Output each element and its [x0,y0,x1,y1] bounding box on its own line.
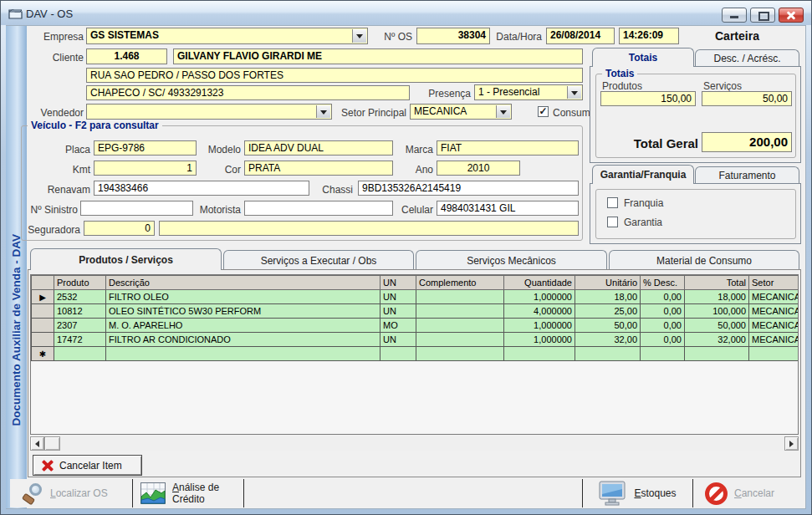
ano-field[interactable]: 2010 [437,161,520,176]
cell-empty[interactable] [380,347,416,361]
cell-un[interactable]: UN [380,290,416,304]
scroll-right-button[interactable] [784,436,799,451]
current-row-arrow-icon[interactable]: ▶ [32,290,54,304]
cell-produto[interactable]: 10812 [54,304,106,319]
cell-produto[interactable]: 2307 [54,319,106,333]
cell-descricao[interactable]: FILTRO OLEO [106,290,380,304]
cell-descricao[interactable]: M. O. APARELHO [106,319,380,333]
cell-desc[interactable]: 0,00 [641,319,685,333]
cell-setor[interactable]: MECANICA [749,319,799,333]
vendedor-combobox[interactable] [86,104,332,120]
franquia-checkbox[interactable] [607,197,618,208]
cell-quantidade[interactable]: 4,000000 [504,304,575,319]
marca-field[interactable]: FIAT [437,140,579,156]
cell-setor[interactable]: MECANICA [749,304,799,319]
produtos-total-field[interactable]: 150,00 [600,91,696,106]
title-bar[interactable]: DAV - OS [1,1,811,25]
cell-desc[interactable]: 0,00 [641,290,685,304]
seguradora-codigo-field[interactable]: 0 [84,221,155,236]
seguradora-nome-field[interactable] [159,221,579,236]
cell-total[interactable]: 18,000 [685,290,749,304]
cell-empty[interactable] [685,347,749,361]
cell-produto[interactable]: 17472 [54,333,106,347]
table-row[interactable]: ▶ 2532 FILTRO OLEO UN 1,000000 18,00 0,0… [32,290,799,304]
sinistro-field[interactable] [80,201,193,216]
maximize-button[interactable] [750,8,775,23]
cliente-nome-field[interactable]: GILVANY FLAVIO GIRARDI ME [173,48,583,64]
table-row[interactable]: 17472 FILTRO AR CONDICIONADO UN 1,000000… [32,333,799,347]
cell-desc[interactable]: 0,00 [641,304,685,319]
tab-garantia-franquia[interactable]: Garantia/Franquia [592,165,694,184]
cell-desc[interactable]: 0,00 [641,333,685,347]
cell-setor[interactable]: MECANICA [749,333,799,347]
empresa-dropdown-icon[interactable] [352,29,366,43]
kmt-field[interactable]: 1 [94,161,197,176]
tab-produtos-servicos[interactable]: Produtos / Serviços [30,248,222,270]
setor-dropdown-icon[interactable] [496,105,510,118]
cell-unitario[interactable]: 32,00 [575,333,641,347]
row-selector[interactable] [32,304,54,319]
localizar-os-button[interactable]: Localizar OS [10,479,133,507]
cell-empty[interactable] [54,347,106,361]
estoques-button[interactable]: Estoques [582,479,693,507]
table-row[interactable]: 2307 M. O. APARELHO MO 1,000000 50,00 0,… [32,319,799,333]
tab-material-consumo[interactable]: Material de Consumo [609,250,799,270]
scroll-left-button[interactable] [30,436,44,451]
cell-un[interactable]: MO [380,319,416,333]
motorista-field[interactable] [244,201,393,216]
tab-faturamento[interactable]: Faturamento [695,166,799,184]
row-selector[interactable] [32,319,54,333]
hora-field[interactable]: 14:26:09 [619,28,679,44]
cell-complemento[interactable] [416,304,504,319]
total-geral-field[interactable]: 200,00 [702,132,792,152]
cell-produto[interactable]: 2532 [54,290,106,304]
nos-field[interactable]: 38304 [416,28,490,44]
cell-un[interactable]: UN [380,333,416,347]
modelo-field[interactable]: IDEA ADV DUAL [244,140,393,156]
cell-quantidade[interactable]: 1,000000 [504,333,575,347]
renavam-field[interactable]: 194383466 [94,181,309,196]
tab-totais[interactable]: Totais [592,48,694,67]
cell-unitario[interactable]: 50,00 [575,319,641,333]
consumo-checkbox[interactable] [538,106,549,117]
close-button[interactable] [779,8,804,23]
chassi-field[interactable]: 9BD135326A2145419 [358,181,579,196]
cell-un[interactable]: UN [380,304,416,319]
cell-complemento[interactable] [416,319,504,333]
tab-servicos-executar[interactable]: Serviços a Executar / Obs [223,250,414,270]
cell-descricao[interactable]: OLEO SINTÉTICO 5W30 PERFORM [106,304,380,319]
setor-principal-combobox[interactable]: MECANICA [410,104,512,120]
cancelar-button[interactable]: Cancelar [695,479,801,507]
cell-unitario[interactable]: 25,00 [575,304,641,319]
cell-total[interactable]: 50,000 [685,319,749,333]
cell-total[interactable]: 100,000 [685,304,749,319]
garantia-checkbox[interactable] [607,217,618,227]
new-row[interactable]: ✱ [32,347,799,361]
scrollbar-thumb[interactable] [44,436,60,451]
table-row[interactable]: 10812 OLEO SINTÉTICO 5W30 PERFORM UN 4,0… [32,304,799,319]
cell-empty[interactable] [504,347,575,361]
cell-setor[interactable]: MECANICA [749,290,799,304]
cancelar-item-button[interactable]: Cancelar Item [33,455,142,476]
minimize-button[interactable] [722,8,747,23]
presenca-dropdown-icon[interactable] [567,86,581,99]
presenca-combobox[interactable]: 1 - Presencial [474,84,583,100]
servicos-total-field[interactable]: 50,00 [702,91,792,106]
data-field[interactable]: 26/08/2014 [546,28,615,44]
cell-total[interactable]: 32,000 [685,333,749,347]
cell-complemento[interactable] [416,290,504,304]
cliente-cidade-field[interactable]: CHAPECO / SC/ 4933291323 [86,85,410,100]
cell-empty[interactable] [641,347,685,361]
tab-desc-acresc[interactable]: Desc. / Acrésc. [695,49,799,67]
cliente-endereco-field[interactable]: RUA SAO PEDRO / PASSO DOS FORTES [86,68,583,83]
new-row-asterisk-icon[interactable]: ✱ [32,347,54,361]
cell-complemento[interactable] [416,333,504,347]
placa-field[interactable]: EPG-9786 [94,140,197,156]
cliente-codigo-field[interactable]: 1.468 [86,48,167,64]
cell-unitario[interactable]: 18,00 [575,290,641,304]
tab-servicos-mecanicos[interactable]: Serviços Mecânicos [416,250,607,270]
cell-empty[interactable] [575,347,641,361]
cell-empty[interactable] [106,347,380,361]
cell-quantidade[interactable]: 1,000000 [504,290,575,304]
vendedor-dropdown-icon[interactable] [316,105,330,118]
